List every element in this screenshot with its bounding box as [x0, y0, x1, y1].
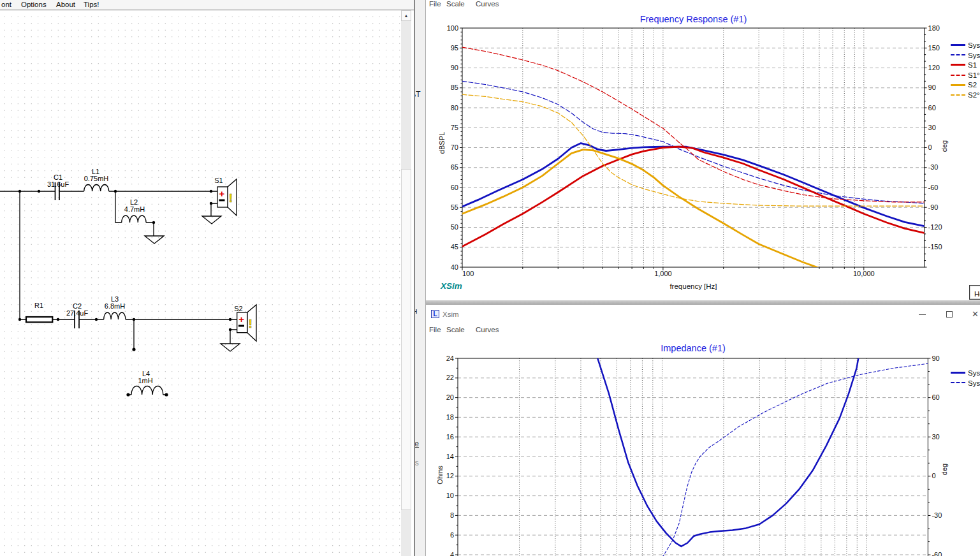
scrollbar-thumb[interactable] [401, 169, 411, 510]
svg-text:150: 150 [928, 44, 940, 52]
svg-text:-90: -90 [928, 203, 939, 211]
imp-menubar: File Scale Curves [426, 326, 980, 336]
minimize-button[interactable] [912, 305, 933, 324]
ground-icon [202, 216, 221, 224]
imp-y-axis-label-left: Ohms [436, 450, 444, 501]
value-L4: 1mH [138, 377, 152, 384]
label-R1: R1 [34, 302, 43, 309]
legend-label: S1° [968, 71, 980, 79]
maximize-button[interactable] [939, 305, 961, 324]
svg-text:24: 24 [446, 355, 454, 362]
legend-label: S1 [968, 61, 977, 69]
menu-item-scale[interactable]: Scale [446, 326, 465, 333]
svg-text:12: 12 [446, 472, 454, 479]
imp-y-axis-label-right: deg [940, 444, 948, 495]
svg-text:0: 0 [928, 143, 932, 151]
imp-legend: SysSys° [951, 367, 980, 386]
window-bottom-frame [426, 300, 980, 305]
svg-text:120: 120 [928, 64, 940, 71]
svg-text:100: 100 [462, 270, 474, 277]
value-L3: 6.8mH [105, 302, 125, 310]
legend-label: Sys [968, 369, 980, 377]
legend-swatch [951, 94, 965, 96]
schematic-canvas[interactable]: + ! + ! [0, 11, 401, 556]
svg-text:10,000: 10,000 [853, 270, 875, 277]
svg-text:55: 55 [451, 203, 458, 211]
legend-swatch [951, 382, 965, 383]
svg-text:95: 95 [451, 44, 458, 52]
svg-text:16: 16 [446, 433, 454, 441]
label-S2: S2 [234, 305, 242, 312]
menu-item-scale[interactable]: Scale [446, 0, 465, 8]
fr-chart-plot[interactable]: 404550556065707580859095100-150-120-90-6… [426, 0, 980, 296]
svg-text:90: 90 [928, 84, 936, 91]
close-button[interactable]: ✕ [967, 305, 980, 324]
legend-label: Sys [968, 41, 980, 49]
window-title: Xsim [442, 311, 459, 318]
legend-item: Sys° [951, 377, 980, 387]
impedance-titlebar[interactable]: L Xsim ✕ [426, 305, 980, 324]
svg-text:60: 60 [932, 393, 939, 401]
fr-x-axis-label: frequency [Hz] [462, 282, 925, 290]
svg-text:100: 100 [447, 24, 458, 32]
value-C2: 27.4uF [66, 309, 89, 317]
speaker-plus: + [238, 314, 244, 325]
inductor-L1 [84, 185, 109, 192]
schematic-vertical-scrollbar[interactable]: ▲ [401, 10, 411, 556]
hold-button[interactable]: Ho [969, 285, 980, 300]
svg-text:0: 0 [932, 472, 935, 479]
svg-text:10: 10 [446, 492, 454, 499]
svg-text:40: 40 [451, 263, 458, 271]
scroll-up-arrow-icon[interactable]: ▲ [401, 10, 411, 21]
speaker-plus: + [219, 188, 225, 199]
fr-menubar: File Scale Curves [426, 0, 980, 10]
legend-swatch [951, 372, 965, 374]
legend-item: Sys° [951, 49, 980, 59]
menu-item-curves[interactable]: Curves [476, 0, 499, 8]
svg-text:1,000: 1,000 [654, 270, 672, 277]
legend-swatch [951, 84, 965, 86]
desktop: { "background_fragments": {"f0":"ьТ","f1… [0, 0, 980, 556]
legend-item: Sys [951, 39, 980, 49]
svg-text:14: 14 [446, 453, 454, 460]
legend-swatch [951, 44, 965, 46]
svg-text:-150: -150 [928, 243, 942, 251]
schematic-window: ont Options About Tips! [0, 0, 415, 556]
legend-item: Sys [951, 367, 980, 377]
menu-item-file[interactable]: File [429, 0, 441, 8]
ground-icon [221, 344, 240, 351]
legend-item: S1 [951, 59, 980, 69]
legend-item: S1° [951, 69, 980, 79]
svg-text:180: 180 [928, 24, 940, 32]
speaker-S1[interactable]: + ! [217, 179, 237, 216]
xsim-logo: XSim [441, 281, 462, 291]
svg-text:20: 20 [446, 393, 454, 401]
legend-item: S2 [951, 78, 980, 89]
svg-text:-30: -30 [928, 163, 939, 171]
svg-text:30: 30 [932, 433, 939, 441]
svg-text:50: 50 [451, 223, 458, 231]
svg-text:30: 30 [928, 124, 936, 131]
svg-text:65: 65 [451, 163, 458, 171]
maximize-icon [946, 311, 953, 318]
menu-item-curves[interactable]: Curves [476, 326, 499, 333]
resistor-R1[interactable] [26, 317, 52, 322]
label-S1: S1 [214, 177, 223, 184]
svg-text:90: 90 [932, 355, 939, 362]
fr-legend: SysSys°S1S1°S2S2° [951, 39, 980, 99]
menu-item-file[interactable]: File [429, 326, 441, 333]
impedance-window: L Xsim ✕ File Scale Curves Impedance (#1… [425, 305, 980, 556]
svg-text:60: 60 [451, 184, 458, 191]
svg-text:70: 70 [451, 143, 458, 151]
ground-icon [145, 236, 164, 244]
schematic-drawing: + ! + ! [0, 0, 401, 556]
legend-swatch [951, 64, 965, 66]
legend-label: S2 [968, 81, 977, 89]
imp-chart-title: Impedance (#1) [458, 343, 928, 353]
svg-text:-60: -60 [928, 184, 939, 191]
legend-item: S2° [951, 89, 980, 99]
junction-dots [18, 190, 231, 397]
inductor-L4 [131, 386, 163, 395]
xsim-app-icon: L [431, 310, 439, 318]
legend-label: Sys° [968, 379, 980, 386]
